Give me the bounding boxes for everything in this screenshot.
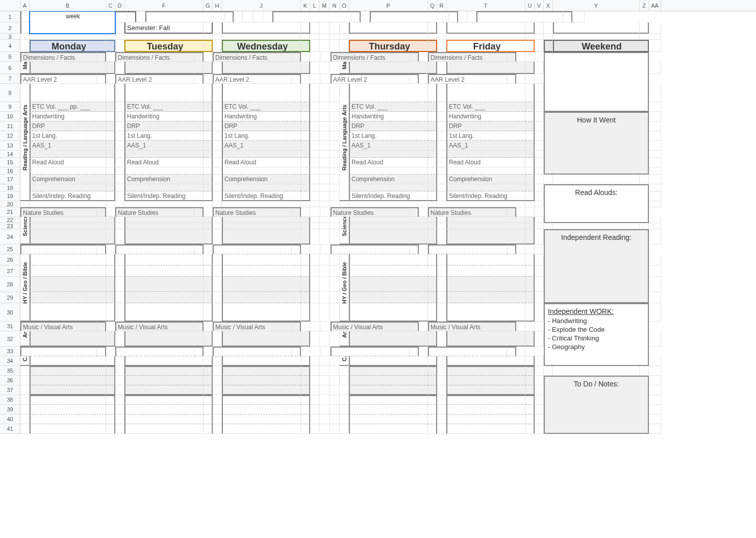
cell-M41[interactable] — [319, 424, 330, 434]
cell-U5[interactable] — [507, 52, 516, 62]
cell-D28[interactable] — [115, 277, 124, 292]
cell-C24[interactable] — [106, 229, 115, 244]
cell-M40[interactable] — [319, 414, 330, 424]
cell-P34[interactable] — [349, 356, 428, 366]
row-header-28[interactable]: 28 — [0, 277, 20, 292]
cell-AA17[interactable] — [649, 175, 661, 184]
cell-U18[interactable] — [525, 184, 535, 191]
cell-D16[interactable] — [115, 167, 124, 175]
cell-B26[interactable] — [30, 254, 106, 265]
cell-G26[interactable] — [204, 254, 213, 265]
cell-R13[interactable] — [437, 141, 446, 151]
cell-O37[interactable] — [340, 385, 349, 395]
cell-H35[interactable] — [213, 366, 222, 376]
cell-N12[interactable] — [330, 131, 340, 141]
cell-AA15[interactable] — [649, 158, 661, 167]
cell-U25[interactable] — [507, 244, 516, 254]
cell-Q35[interactable] — [428, 366, 437, 376]
cell-F36[interactable] — [124, 376, 204, 385]
cell-M14[interactable] — [319, 151, 330, 158]
cell-D22[interactable] — [115, 217, 124, 223]
cell-AA2[interactable] — [649, 22, 661, 34]
cell-F15[interactable]: Read Aloud — [124, 158, 204, 167]
cell-Q12[interactable] — [428, 131, 437, 141]
cell-U23[interactable] — [525, 223, 535, 229]
cell-T25[interactable] — [428, 244, 507, 254]
cell-D27[interactable] — [115, 265, 124, 277]
cell-J29[interactable] — [222, 292, 301, 303]
cell-B22[interactable] — [30, 217, 106, 223]
cell-H5[interactable] — [204, 52, 213, 62]
cell-V28[interactable] — [535, 277, 544, 292]
cell-P18[interactable] — [349, 184, 428, 191]
cell-V5[interactable] — [516, 52, 525, 62]
cell-Q36[interactable] — [428, 376, 437, 385]
cell-A3[interactable] — [20, 34, 30, 40]
cell-Y35[interactable] — [553, 366, 640, 376]
cell-G16[interactable] — [204, 167, 213, 175]
cell-N18[interactable] — [330, 184, 340, 191]
row-header-11[interactable]: 11 — [0, 121, 20, 131]
cell-AA36[interactable] — [649, 376, 661, 385]
col-header-J[interactable]: J — [222, 0, 301, 11]
cell-AA10[interactable] — [649, 112, 661, 121]
cell-P37[interactable] — [349, 385, 428, 395]
cell-N27[interactable] — [330, 265, 340, 277]
cell-K38[interactable] — [301, 395, 310, 405]
cell-AA20[interactable] — [649, 201, 661, 207]
cell-L14[interactable] — [310, 151, 319, 158]
cell-G37[interactable] — [204, 385, 213, 395]
cell-C15[interactable] — [106, 158, 115, 167]
cell-P9[interactable]: ETC Vol. ___ — [349, 102, 428, 112]
cell-Q1[interactable] — [351, 11, 361, 22]
cell-M20[interactable] — [319, 201, 330, 207]
cell-B21[interactable]: Nature Studies — [20, 207, 97, 217]
cell-M39[interactable] — [319, 405, 330, 414]
cell-K13[interactable] — [301, 141, 310, 151]
cell-T17[interactable]: Comprehension — [446, 175, 525, 184]
cell-K34[interactable] — [301, 356, 310, 366]
cell-G4[interactable] — [204, 40, 213, 52]
row-header-5[interactable]: 5 — [0, 52, 20, 62]
cell-J41[interactable] — [222, 424, 301, 434]
cell-F16[interactable] — [124, 167, 204, 175]
cell-V25[interactable] — [516, 244, 525, 254]
cell-C12[interactable] — [106, 131, 115, 141]
cell-J7[interactable]: AAR Level 2 — [213, 74, 292, 84]
cell-A40[interactable] — [20, 414, 30, 424]
cell-U9[interactable] — [525, 102, 535, 112]
cell-G28[interactable] — [204, 277, 213, 292]
cell-H38[interactable] — [213, 395, 222, 405]
cell-N37[interactable] — [330, 385, 340, 395]
cell-L12[interactable] — [310, 131, 319, 141]
cell-G36[interactable] — [204, 376, 213, 385]
cell-AA41[interactable] — [649, 424, 661, 434]
cell-B8[interactable] — [30, 84, 106, 102]
cell-V1[interactable] — [458, 11, 467, 22]
weekend-blank-1[interactable] — [544, 52, 649, 112]
cell-T24[interactable] — [446, 229, 525, 244]
cell-V4[interactable] — [535, 40, 544, 52]
cell-R33[interactable] — [419, 347, 428, 356]
cell-T31[interactable]: Music / Visual Arts — [428, 322, 507, 331]
cell-T3[interactable] — [446, 34, 525, 40]
cell-H6[interactable] — [213, 62, 222, 74]
cell-Q26[interactable] — [428, 254, 437, 265]
cell-M19[interactable] — [319, 191, 330, 201]
cell-M12[interactable] — [319, 131, 330, 141]
cell-N3[interactable] — [330, 34, 340, 40]
cell-D15[interactable] — [115, 158, 124, 167]
cell-P38[interactable] — [349, 395, 428, 405]
cell-J14[interactable] — [222, 151, 301, 158]
cell-P22[interactable] — [349, 217, 428, 223]
cell-G7[interactable] — [194, 74, 204, 84]
cell-L8[interactable] — [310, 84, 319, 102]
cell-Q23[interactable] — [428, 223, 437, 229]
cell-H8[interactable] — [213, 84, 222, 102]
row-header-2[interactable]: 2 — [0, 22, 20, 34]
cell-N7[interactable] — [320, 74, 331, 84]
cell-R23[interactable] — [437, 223, 446, 229]
cell-K28[interactable] — [301, 277, 310, 292]
cell-F32[interactable] — [124, 331, 204, 347]
cell-Q13[interactable] — [428, 141, 437, 151]
